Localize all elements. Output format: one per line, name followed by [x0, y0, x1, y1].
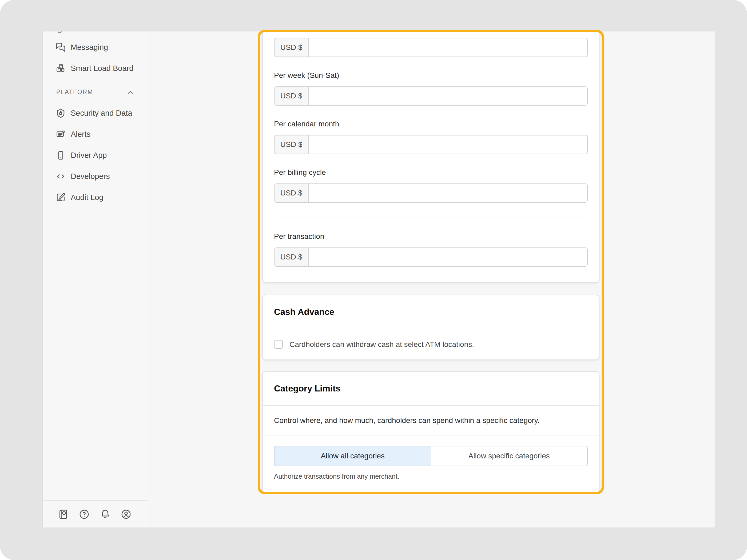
field-label-per-billing-cycle: Per billing cycle	[274, 168, 588, 177]
sidebar-item-security-and-data[interactable]: Security and Data	[43, 103, 147, 124]
cash-advance-checkbox-label: Cardholders can withdraw cash at select …	[289, 340, 474, 349]
sidebar: Messaging Smart Load Board PLATFORM	[43, 31, 147, 528]
shield-lock-icon	[56, 108, 66, 118]
category-limits-description: Control where, and how much, cardholders…	[263, 406, 599, 435]
segment-allow-specific-categories[interactable]: Allow specific categories	[431, 446, 587, 465]
limit-input-group-top: USD $	[274, 38, 588, 57]
spend-limits-card: USD $ Per week (Sun-Sat) USD $ Per calen…	[262, 32, 599, 283]
limit-input-group-per-month: USD $	[274, 135, 588, 154]
highlight-ring: USD $ Per week (Sun-Sat) USD $ Per calen…	[258, 30, 604, 494]
currency-prefix: USD $	[275, 248, 309, 266]
currency-prefix: USD $	[275, 184, 309, 202]
help-circle-icon[interactable]	[79, 509, 89, 519]
sidebar-item-label: Smart Load Board	[71, 64, 133, 73]
sidebar-item-audit-log[interactable]: Audit Log	[43, 187, 147, 208]
screenshot-canvas: Messaging Smart Load Board PLATFORM	[0, 0, 747, 560]
segment-allow-all-categories[interactable]: Allow all categories	[275, 446, 431, 465]
bell-icon[interactable]	[100, 509, 110, 519]
code-icon	[56, 171, 66, 181]
segment-caption: Authorize transactions from any merchant…	[274, 473, 588, 480]
user-circle-icon[interactable]	[121, 509, 131, 519]
category-limits-title: Category Limits	[263, 372, 599, 406]
category-limits-card: Category Limits Control where, and how m…	[262, 371, 599, 493]
boxes-icon	[56, 63, 66, 73]
sidebar-section-platform[interactable]: PLATFORM	[43, 82, 147, 103]
cash-advance-checkbox[interactable]	[274, 340, 283, 349]
currency-prefix: USD $	[275, 87, 309, 105]
limit-amount-input-per-transaction[interactable]	[309, 248, 587, 266]
chevron-up-icon	[126, 88, 134, 96]
limit-input-group-per-transaction: USD $	[274, 247, 588, 267]
category-limits-body: Allow all categories Allow specific cate…	[263, 435, 599, 492]
sidebar-nav: Messaging Smart Load Board PLATFORM	[43, 37, 147, 208]
sidebar-item-label: Security and Data	[71, 109, 132, 117]
sidebar-footer	[43, 500, 147, 528]
map-book-icon[interactable]	[58, 509, 69, 519]
limit-amount-input-per-month[interactable]	[309, 135, 587, 154]
field-label-per-month: Per calendar month	[274, 119, 588, 129]
currency-prefix: USD $	[275, 38, 309, 56]
limit-input-group-per-billing-cycle: USD $	[274, 184, 588, 203]
limit-amount-input-per-billing-cycle[interactable]	[309, 184, 587, 202]
limit-amount-input-top[interactable]	[309, 38, 587, 56]
messaging-icon	[56, 43, 66, 52]
currency-prefix: USD $	[275, 135, 309, 154]
alert-card-icon	[56, 129, 66, 139]
category-segmented-control: Allow all categories Allow specific cate…	[274, 446, 588, 466]
sidebar-item-alerts[interactable]: Alerts	[43, 124, 147, 145]
clipped-item-icon	[58, 31, 61, 33]
smartphone-icon	[56, 151, 66, 160]
cash-advance-card: Cash Advance Cardholders can withdraw ca…	[262, 295, 599, 360]
sidebar-item-label: Developers	[71, 172, 110, 181]
limit-amount-input-per-week[interactable]	[309, 87, 587, 105]
sidebar-item-driver-app[interactable]: Driver App	[43, 145, 147, 166]
audit-pen-icon	[56, 192, 66, 203]
sidebar-item-label: Alerts	[71, 130, 91, 139]
sidebar-item-label: Messaging	[71, 43, 108, 52]
section-divider	[274, 218, 588, 218]
field-label-per-week: Per week (Sun-Sat)	[274, 71, 588, 80]
cash-advance-checkbox-row[interactable]: Cardholders can withdraw cash at select …	[263, 329, 599, 359]
sidebar-item-label: Driver App	[71, 151, 107, 160]
field-label-per-transaction: Per transaction	[274, 232, 588, 241]
cash-advance-title: Cash Advance	[263, 295, 599, 329]
sidebar-item-smart-load-board[interactable]: Smart Load Board	[43, 58, 147, 79]
sidebar-item-developers[interactable]: Developers	[43, 166, 147, 187]
sidebar-item-messaging[interactable]: Messaging	[43, 37, 147, 58]
limit-input-group-per-week: USD $	[274, 86, 588, 106]
sidebar-item-label: Audit Log	[71, 193, 104, 202]
section-label: PLATFORM	[56, 88, 93, 96]
